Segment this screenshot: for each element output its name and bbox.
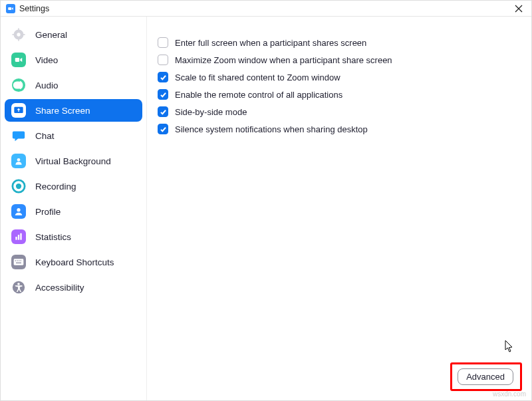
sidebar-item-label: Video [35, 55, 58, 65]
option-row: Enter full screen when a participant sha… [158, 34, 514, 51]
profile-icon [11, 204, 26, 219]
sidebar: General Video Audio Share Screen [1, 17, 147, 400]
sidebar-item-label: Statistics [35, 232, 71, 242]
sidebar-item-label: Recording [35, 182, 76, 192]
settings-window: Settings General Video [0, 0, 532, 401]
sidebar-item-video[interactable]: Video [5, 49, 142, 71]
checkbox[interactable] [158, 72, 168, 82]
sidebar-item-recording[interactable]: Recording [5, 175, 142, 198]
sidebar-item-label: Accessibility [35, 283, 84, 293]
option-label: Scale to fit shared content to Zoom wind… [175, 72, 340, 82]
sidebar-item-label: Profile [35, 207, 61, 217]
chat-icon [11, 128, 26, 143]
statistics-icon [11, 229, 26, 244]
option-row: Scale to fit shared content to Zoom wind… [158, 68, 514, 86]
checkbox[interactable] [158, 124, 168, 134]
svg-point-2 [17, 33, 20, 36]
svg-rect-0 [8, 7, 11, 9]
svg-rect-20 [17, 260, 17, 261]
option-label: Side-by-side mode [175, 107, 247, 117]
svg-rect-22 [21, 260, 21, 261]
option-row: Side-by-side mode [158, 103, 514, 120]
checkbox[interactable] [158, 89, 168, 100]
checkbox[interactable] [158, 106, 168, 117]
svg-rect-4 [18, 39, 19, 41]
advanced-highlight: Advanced [450, 362, 522, 391]
svg-rect-7 [15, 58, 19, 62]
svg-rect-18 [14, 259, 24, 265]
svg-point-13 [16, 184, 21, 189]
checkbox[interactable] [158, 55, 168, 65]
advanced-button[interactable]: Advanced [458, 368, 513, 385]
svg-rect-15 [15, 237, 17, 240]
svg-rect-6 [23, 34, 25, 35]
sidebar-item-statistics[interactable]: Statistics [5, 225, 142, 248]
svg-rect-19 [15, 260, 16, 261]
body: General Video Audio Share Screen [1, 17, 531, 400]
sidebar-item-label: Virtual Background [35, 156, 111, 166]
svg-point-14 [17, 208, 20, 211]
cursor-icon [505, 340, 515, 353]
svg-rect-17 [20, 233, 21, 240]
share-screen-icon [11, 103, 26, 118]
sidebar-item-label: General [35, 30, 67, 40]
option-row: Silence system notifications when sharin… [158, 120, 514, 138]
zoom-app-icon [6, 4, 15, 13]
sidebar-item-profile[interactable]: Profile [5, 200, 142, 223]
window-title: Settings [19, 4, 49, 13]
svg-rect-16 [18, 235, 19, 240]
svg-rect-21 [19, 260, 19, 261]
sidebar-item-label: Share Screen [35, 106, 90, 116]
svg-point-25 [17, 283, 20, 285]
svg-rect-3 [18, 28, 19, 30]
close-button[interactable] [511, 1, 526, 16]
svg-point-11 [17, 158, 21, 162]
sidebar-item-general[interactable]: General [5, 23, 142, 46]
svg-rect-23 [16, 263, 21, 263]
settings-icon [11, 27, 26, 42]
sidebar-item-share-screen[interactable]: Share Screen [5, 99, 142, 122]
recording-icon [11, 179, 26, 194]
sidebar-item-label: Audio [35, 80, 59, 90]
options-list: Enter full screen when a participant sha… [158, 34, 514, 138]
audio-icon [11, 78, 26, 92]
sidebar-item-audio[interactable]: Audio [5, 74, 142, 96]
sidebar-item-label: Keyboard Shortcuts [35, 257, 114, 267]
option-label: Enable the remote control of all applica… [175, 90, 342, 100]
option-label: Enter full screen when a participant sha… [175, 38, 366, 48]
option-label: Maximize Zoom window when a participant … [175, 55, 392, 65]
sidebar-item-virtual-background[interactable]: Virtual Background [5, 150, 142, 172]
close-icon [515, 5, 523, 13]
option-row: Enable the remote control of all applica… [158, 86, 514, 103]
accessibility-icon [11, 280, 26, 295]
content-pane: Enter full screen when a participant sha… [147, 17, 531, 400]
checkbox[interactable] [158, 37, 168, 48]
option-row: Maximize Zoom window when a participant … [158, 51, 514, 68]
watermark: wsxdn.com [493, 390, 526, 398]
sidebar-item-accessibility[interactable]: Accessibility [5, 276, 142, 299]
keyboard-icon [11, 255, 26, 269]
option-label: Silence system notifications when sharin… [175, 124, 368, 134]
titlebar: Settings [1, 1, 531, 17]
sidebar-item-keyboard-shortcuts[interactable]: Keyboard Shortcuts [5, 251, 142, 273]
video-icon [11, 53, 26, 67]
svg-rect-5 [12, 34, 14, 35]
sidebar-item-chat[interactable]: Chat [5, 124, 142, 147]
virtual-background-icon [11, 154, 26, 168]
sidebar-item-label: Chat [35, 131, 55, 141]
